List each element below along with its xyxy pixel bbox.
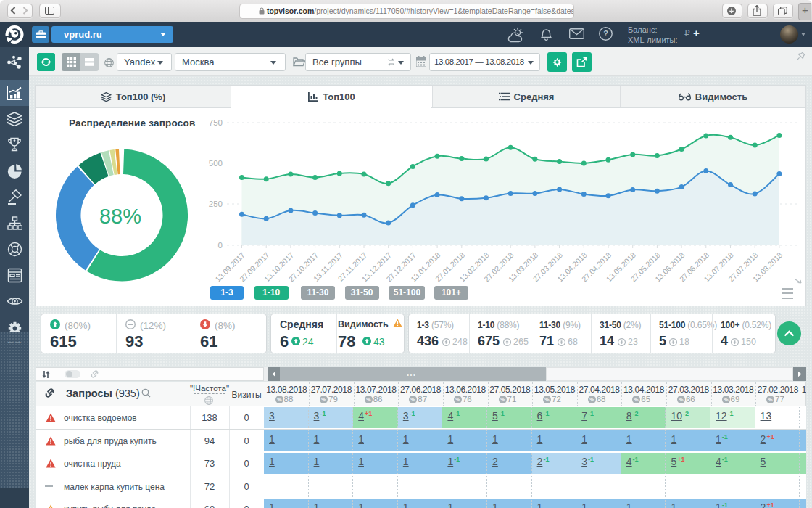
svg-text:%: % bbox=[544, 397, 550, 402]
svg-text:%: % bbox=[768, 397, 773, 402]
svg-text:%: % bbox=[277, 397, 282, 402]
svg-text:0: 0 bbox=[218, 241, 223, 250]
svg-text:500: 500 bbox=[209, 159, 223, 168]
svg-text:%: % bbox=[589, 397, 594, 402]
svg-text:?: ? bbox=[603, 29, 608, 38]
svg-text:%: % bbox=[679, 397, 684, 402]
svg-text:750: 750 bbox=[209, 118, 223, 127]
svg-text:%: % bbox=[455, 397, 460, 402]
svg-text:%: % bbox=[500, 397, 505, 402]
svg-text:%: % bbox=[634, 397, 639, 402]
svg-text:%: % bbox=[724, 397, 729, 402]
svg-text:%: % bbox=[366, 397, 371, 402]
svg-text:%: % bbox=[411, 397, 416, 402]
svg-text:250: 250 bbox=[209, 200, 223, 208]
svg-text:%: % bbox=[321, 397, 326, 402]
